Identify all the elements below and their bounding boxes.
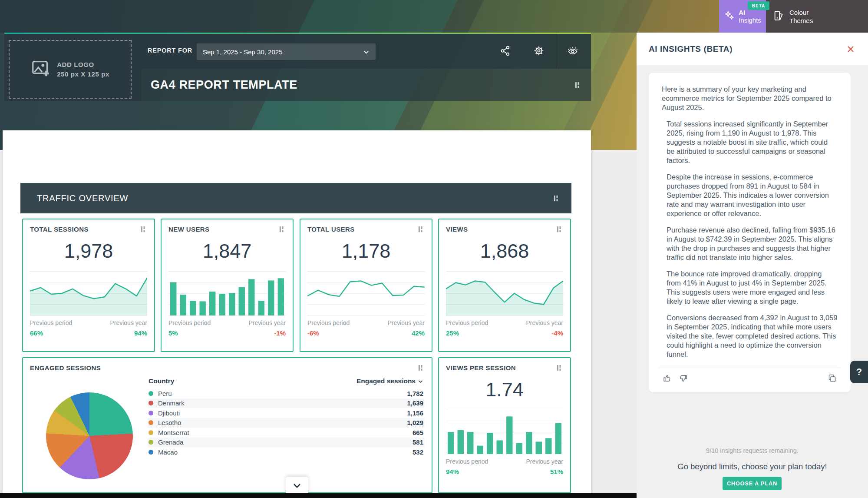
date-range-value: Sep 1, 2025 - Sep 30, 2025: [203, 48, 282, 56]
sparkline-chart: [307, 271, 425, 315]
sparkline-chart: [446, 271, 563, 315]
report-for-label: REPORT FOR: [148, 47, 192, 54]
series-color-dot: [149, 401, 153, 405]
engaged-sessions-value: 1,029: [407, 419, 423, 426]
prev-year-change: 94%: [134, 329, 147, 337]
insight-paragraph: Total sessions increased significantly i…: [667, 120, 838, 165]
metric-value: 1.74: [446, 378, 563, 401]
logo-size-hint: 250 px X 125 px: [57, 70, 109, 78]
add-logo-dropzone[interactable]: ADD LOGO 250 px X 125 px: [9, 40, 132, 99]
prev-year-change: 51%: [550, 468, 563, 475]
insight-summary-card: Here is a summary of your key marketing …: [649, 73, 851, 392]
upgrade-prompt-text: Go beyond limits, choose your plan today…: [637, 462, 868, 471]
sparkle-icon: [724, 10, 735, 23]
chart-widget-icon: [556, 364, 563, 372]
header-divider: [556, 34, 556, 69]
settings-button[interactable]: [533, 45, 545, 56]
help-button[interactable]: ?: [850, 361, 868, 383]
palette-icon: [773, 10, 785, 23]
prev-year-change: -1%: [274, 329, 286, 337]
metric-title: TOTAL SESSIONS: [30, 226, 89, 233]
series-color-dot: [149, 440, 153, 445]
report-title: GA4 REPORT TEMPLATE: [151, 78, 297, 92]
insight-paragraph: Purchase revenue also declined, falling …: [667, 226, 838, 262]
sort-chevron-icon: [418, 378, 423, 384]
insight-paragraph: Here is a summary of your key marketing …: [662, 85, 838, 112]
country-name: Macao: [158, 448, 413, 456]
thumbs-up-icon[interactable]: [663, 374, 672, 383]
thumbs-down-icon[interactable]: [679, 374, 688, 383]
section-title: TRAFFIC OVERVIEW: [37, 193, 128, 203]
prev-period-change: 5%: [168, 329, 178, 337]
close-icon[interactable]: [846, 45, 855, 53]
table-row: Djibouti1,156: [148, 408, 424, 418]
insight-paragraph: The bounce rate improved dramatically, d…: [667, 269, 838, 306]
add-logo-label: ADD LOGO: [57, 61, 94, 68]
chart-widget-icon: [417, 364, 425, 372]
metric-value: 1,978: [30, 240, 147, 262]
prev-year-label: Previous year: [387, 319, 425, 326]
prev-period-change: 66%: [30, 329, 43, 337]
column-header-country: Country: [149, 377, 174, 385]
chevron-down-icon: [363, 49, 370, 55]
series-color-dot: [149, 430, 153, 435]
metric-card-views: VIEWS 1,868 Previous periodPrevious year…: [438, 219, 571, 352]
metric-title: NEW USERS: [168, 226, 209, 233]
date-range-dropdown[interactable]: Sep 1, 2025 - Sep 30, 2025: [197, 43, 376, 60]
country-name: Djibouti: [158, 409, 407, 417]
metric-value: 1,868: [446, 240, 563, 262]
insight-paragraph: Conversions decreased from 4,392 in Augu…: [667, 313, 838, 359]
engaged-sessions-value: 1,782: [407, 390, 423, 397]
engaged-sessions-card: ENGAGED SESSIONS Country Engaged session…: [22, 357, 432, 493]
metric-card-new-users: NEW USERS 1,847 Previous periodPrevious …: [161, 219, 294, 352]
ai-insights-panel: AI INSIGHTS (BETA) Here is a summary of …: [637, 33, 868, 498]
prev-year-label: Previous year: [248, 319, 286, 326]
sparkline-chart: [30, 271, 147, 315]
ai-button-label-2: Insights: [739, 17, 761, 24]
report-page: TRAFFIC OVERVIEW TOTAL SESSIONS 1,978 Pr…: [3, 130, 591, 498]
colour-themes-button[interactable]: Colour Themes: [766, 0, 868, 33]
engaged-sessions-value: 1,156: [407, 409, 423, 417]
scroll-down-button[interactable]: [286, 477, 308, 494]
metric-title: TOTAL USERS: [307, 226, 355, 233]
prev-year-change: 42%: [412, 329, 425, 337]
series-color-dot: [149, 411, 153, 415]
choose-a-plan-button[interactable]: CHOOSE A PLAN: [723, 477, 782, 490]
prev-year-label: Previous year: [526, 458, 563, 465]
app-window: AIInsights BETA Colour Themes GA4 REPORT…: [0, 0, 868, 498]
themes-label-2: Themes: [789, 17, 813, 24]
traffic-overview-header: TRAFFIC OVERVIEW: [20, 183, 571, 213]
chart-widget-icon: [417, 226, 425, 233]
report-title-strip: GA4 REPORT TEMPLATE: [141, 69, 591, 101]
engaged-sessions-value: 665: [413, 429, 423, 436]
prev-period-label: Previous period: [168, 319, 211, 326]
sparkline-chart: [168, 271, 286, 315]
engaged-sessions-value: 581: [413, 438, 423, 446]
table-row: Denmark1,639: [148, 398, 424, 408]
country-name: Denmark: [158, 399, 407, 407]
chart-widget-icon: [556, 226, 563, 233]
panel-title: AI INSIGHTS (BETA): [649, 44, 733, 54]
feedback-row: [662, 368, 838, 385]
preview-eye-button[interactable]: [567, 45, 578, 56]
share-button[interactable]: [500, 45, 511, 56]
chart-widget-icon: [574, 81, 581, 89]
engaged-sessions-pie-chart: [46, 392, 133, 479]
sparkline-chart: [446, 410, 563, 454]
table-row: Lesotho1,029: [148, 418, 424, 428]
series-color-dot: [149, 391, 153, 396]
prev-period-change: -6%: [307, 329, 319, 337]
panel-header: AI INSIGHTS (BETA): [637, 33, 868, 65]
bottom-edge-bar: [0, 493, 637, 498]
country-name: Peru: [158, 390, 407, 397]
insight-paragraph: Despite the increase in sessions, e-comm…: [667, 173, 838, 218]
prev-period-label: Previous period: [30, 319, 72, 326]
copy-icon[interactable]: [828, 374, 837, 383]
country-name: Lesotho: [158, 419, 407, 426]
insight-paragraphs: Here is a summary of your key marketing …: [662, 85, 838, 359]
prev-period-label: Previous period: [446, 458, 488, 465]
metric-value: 1,847: [168, 240, 286, 262]
column-header-engaged-sessions[interactable]: Engaged sessions: [356, 377, 423, 385]
prev-year-label: Previous year: [110, 319, 147, 326]
series-color-dot: [149, 420, 153, 425]
